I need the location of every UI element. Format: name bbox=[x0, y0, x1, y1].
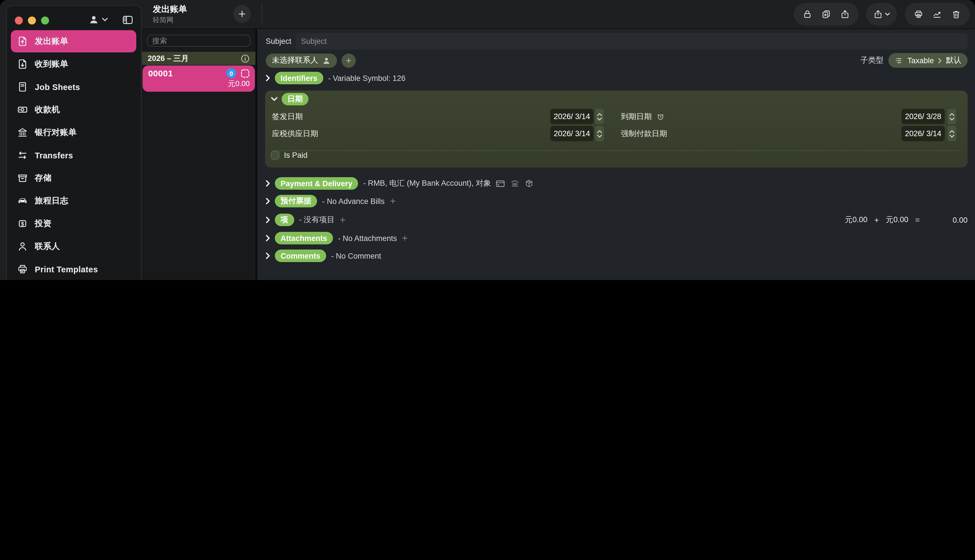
due-date-field[interactable]: 2026/ 3/28 bbox=[901, 109, 945, 124]
chevron-right-icon bbox=[266, 198, 270, 205]
printer-icon bbox=[17, 263, 28, 275]
credit-card-icon[interactable] bbox=[496, 178, 505, 188]
export-button[interactable] bbox=[840, 9, 850, 19]
chevron-right-icon bbox=[938, 57, 942, 63]
dates-pill: 日期 bbox=[282, 93, 308, 105]
subject-input[interactable] bbox=[296, 33, 968, 50]
sidebar-item-trip-log[interactable]: 旅程日志 bbox=[11, 190, 136, 212]
date-row-2: 应税供应日期 2026/ 3/14 强制付款日期 2026/ 3/14 bbox=[272, 126, 961, 142]
date-row-1: 签发日期 2026/ 3/14 到期日期 2026/ 3/28 bbox=[272, 109, 961, 125]
advance-bills-pill: 预付票据 bbox=[275, 195, 317, 207]
sidebar-item-job-sheets[interactable]: Job Sheets bbox=[11, 76, 136, 98]
section-attachments[interactable]: Attachments - No Attachments bbox=[257, 231, 975, 245]
sidebar-item-bank-statements[interactable]: 银行对账单 bbox=[11, 121, 136, 143]
sidebar-item-storage[interactable]: 存储 bbox=[11, 167, 136, 189]
subtype-button[interactable]: Taxable 默认 bbox=[889, 53, 968, 68]
search-input[interactable] bbox=[147, 35, 250, 47]
taxable-supply-date-field[interactable]: 2026/ 3/14 bbox=[550, 126, 594, 141]
payment-icons bbox=[496, 178, 534, 188]
account-menu-button[interactable] bbox=[89, 14, 108, 25]
sidebar-item-label: Print Templates bbox=[35, 265, 98, 274]
add-advance-bill-button[interactable] bbox=[388, 197, 396, 205]
attachments-pill: Attachments bbox=[275, 232, 333, 244]
lock-icon bbox=[802, 9, 813, 19]
list-group-header[interactable]: 2026 – 三月 bbox=[142, 52, 256, 65]
issue-date-label: 签发日期 bbox=[272, 112, 303, 122]
doc-arrow-up-icon bbox=[17, 35, 28, 47]
print-button[interactable] bbox=[913, 9, 924, 19]
sidebar-item-investments[interactable]: $ 投资 bbox=[11, 212, 136, 235]
payment-pill: Payment & Delivery bbox=[275, 177, 358, 190]
sidebar-panel: 发出账单 收到账单 Job Sheets 收款机 银行对账单 bbox=[6, 5, 141, 280]
select-contact-button[interactable]: 未选择联系人 bbox=[266, 53, 337, 68]
add-contact-button[interactable] bbox=[341, 53, 356, 68]
dates-header[interactable]: 日期 bbox=[271, 93, 308, 105]
toggle-sidebar-button[interactable] bbox=[122, 14, 134, 26]
chevron-down-icon bbox=[102, 18, 108, 22]
storage-icon bbox=[17, 172, 28, 184]
investment-icon: $ bbox=[17, 218, 28, 230]
delete-button[interactable] bbox=[951, 9, 961, 19]
chart-button[interactable] bbox=[932, 9, 943, 19]
group-label: 2026 – 三月 bbox=[148, 53, 189, 63]
section-items[interactable]: 项 - 没有项目 元0.00 + 元0.00 = 0.00 bbox=[257, 213, 975, 227]
bank-icon[interactable] bbox=[510, 179, 520, 188]
trash-icon bbox=[951, 9, 961, 19]
doc-arrow-down-icon bbox=[17, 58, 28, 70]
subtype-value: Taxable bbox=[907, 56, 934, 65]
identifiers-pill: Identifiers bbox=[275, 72, 323, 84]
bill-number: 00001 bbox=[148, 68, 173, 78]
share-icon bbox=[840, 9, 850, 19]
share-menu-button[interactable] bbox=[873, 9, 890, 19]
sidebar-item-transfers[interactable]: Transfers bbox=[11, 144, 136, 167]
subject-label: Subject bbox=[266, 37, 291, 45]
sidebar-item-label: Transfers bbox=[35, 151, 73, 160]
lock-button[interactable] bbox=[802, 9, 813, 19]
issue-date-field[interactable]: 2026/ 3/14 bbox=[550, 109, 594, 124]
sidebar-item-contacts[interactable]: 联系人 bbox=[11, 235, 136, 257]
add-attachment-button[interactable] bbox=[401, 234, 409, 242]
due-date-stepper[interactable] bbox=[948, 109, 956, 124]
sidebar-item-outgoing-bills[interactable]: 发出账单 bbox=[11, 30, 136, 52]
app-window: 发出账单 收到账单 Job Sheets 收款机 银行对账单 bbox=[0, 0, 975, 280]
section-payment-delivery[interactable]: Payment & Delivery - RMB, 电汇 (My Bank Ac… bbox=[257, 177, 975, 190]
duplicate-button[interactable] bbox=[821, 9, 831, 19]
forced-payment-date-field[interactable]: 2026/ 3/14 bbox=[901, 126, 945, 141]
toolbar-group-output bbox=[905, 3, 970, 26]
bill-list-column: 发出账单 轻简网 2026 – 三月 00001 bbox=[142, 0, 256, 280]
subtype-default: 默认 bbox=[946, 55, 961, 65]
section-identifiers[interactable]: Identifiers - Variable Symbol: 126 bbox=[257, 71, 975, 85]
tax-value: 元0.00 bbox=[886, 215, 908, 225]
alarm-clock-icon[interactable] bbox=[656, 113, 665, 121]
due-date-label: 到期日期 bbox=[621, 112, 652, 122]
package-icon[interactable] bbox=[525, 179, 534, 188]
subtotal-value: 元0.00 bbox=[845, 215, 868, 225]
issue-date-stepper[interactable] bbox=[595, 109, 604, 124]
list-body: 2026 – 三月 00001 0 元0.00 bbox=[142, 29, 256, 280]
zoom-window-button[interactable] bbox=[41, 17, 49, 25]
sidebar-item-label: 投资 bbox=[35, 218, 52, 229]
forced-payment-date-stepper[interactable] bbox=[948, 126, 956, 141]
plus-icon bbox=[345, 57, 352, 64]
add-item-button[interactable] bbox=[339, 216, 347, 224]
minimize-window-button[interactable] bbox=[28, 17, 36, 25]
sidebar-item-label: 银行对账单 bbox=[35, 127, 77, 138]
total-value: 0.00 bbox=[942, 216, 968, 224]
taxable-supply-date-stepper[interactable] bbox=[595, 126, 604, 141]
info-icon[interactable] bbox=[241, 54, 250, 63]
section-comments[interactable]: Comments - No Comment bbox=[257, 249, 975, 263]
dashed-selection-icon[interactable] bbox=[241, 68, 250, 78]
section-advance-bills[interactable]: 预付票据 - No Advance Bills bbox=[257, 194, 975, 208]
sidebar-item-label: Job Sheets bbox=[35, 82, 80, 92]
close-window-button[interactable] bbox=[15, 17, 23, 25]
sidebar-item-cash-register[interactable]: 收款机 bbox=[11, 98, 136, 121]
sidebar-item-incoming-bills[interactable]: 收到账单 bbox=[11, 53, 136, 75]
bill-list-item[interactable]: 00001 0 元0.00 bbox=[142, 65, 255, 92]
sidebar-item-label: 发出账单 bbox=[35, 36, 69, 47]
add-bill-button[interactable] bbox=[233, 5, 251, 23]
payment-summary: - RMB, 电汇 (My Bank Account), 对象 bbox=[363, 178, 491, 188]
sidebar-toggle-icon bbox=[122, 14, 134, 26]
is-paid-checkbox[interactable] bbox=[271, 151, 279, 159]
sidebar-item-print-templates[interactable]: Print Templates bbox=[11, 258, 136, 280]
comments-pill: Comments bbox=[275, 250, 326, 262]
